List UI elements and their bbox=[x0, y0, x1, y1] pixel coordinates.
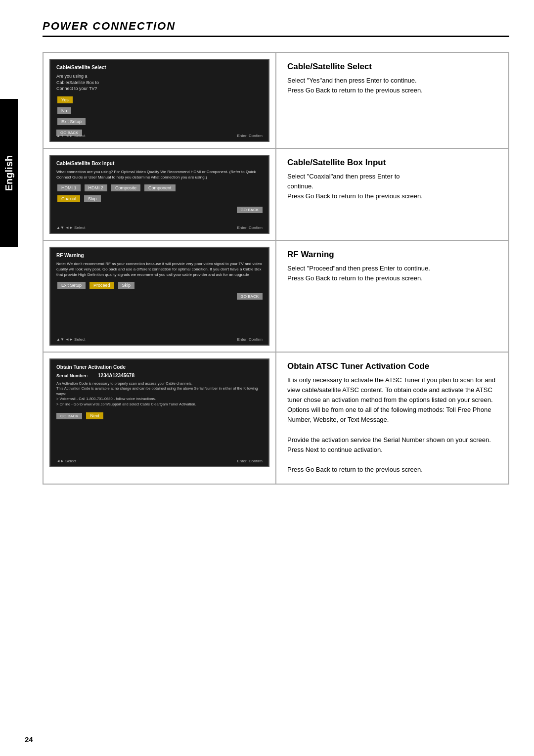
next-button[interactable]: Next bbox=[86, 412, 103, 419]
screen-buttons-1: Yes bbox=[56, 96, 263, 104]
screen-buttons-2b: Coaxial Skip bbox=[56, 195, 263, 203]
serial-value: 1234A12345678 bbox=[98, 373, 134, 378]
text-1: Select "Yes"and then press Enter to cont… bbox=[287, 76, 497, 95]
screen-title-2: Cable/Satellite Box Input bbox=[56, 161, 263, 166]
text-4: It is only necessary to activate the ATS… bbox=[287, 375, 497, 475]
no-button[interactable]: No bbox=[57, 107, 71, 114]
go-back-button-3[interactable]: GO BACK bbox=[237, 293, 263, 300]
screen-footer-3: ▲▼ ◄► Select Enter: Confirm bbox=[56, 337, 263, 342]
main-content: POWER CONNECTION Cable/Satellite Select … bbox=[18, 0, 534, 514]
yes-button[interactable]: Yes bbox=[57, 96, 73, 103]
hdmi2-button[interactable]: HDMI 2 bbox=[85, 184, 108, 191]
screen-buttons-2: HDMI 1 HDMI 2 Composite Component bbox=[56, 184, 263, 192]
text-2: Select "Coaxial"and then press Enter toc… bbox=[287, 172, 497, 201]
screen-title-4: Obtain Tuner Activation Code bbox=[56, 364, 263, 370]
footer-select-2: ▲▼ ◄► Select bbox=[56, 225, 85, 230]
desc-rf-warning: RF Warning Select "Proceed"and then pres… bbox=[276, 240, 509, 352]
screen-body-4: An Activation Code is necessary to prope… bbox=[56, 381, 263, 407]
footer-confirm-3: Enter: Confirm bbox=[237, 337, 263, 342]
hdmi1-button[interactable]: HDMI 1 bbox=[57, 184, 81, 191]
heading-2: Cable/Satellite Box Input bbox=[287, 158, 497, 168]
tv-screen-1: Cable/Satellite Select Are you using aCa… bbox=[49, 59, 269, 142]
screen-rf-warning: RF Warning Note: We don't recommend RF a… bbox=[43, 240, 276, 352]
footer-confirm-4: Enter: Confirm bbox=[237, 459, 263, 463]
footer-select-1: ▲▼ ◄► Select bbox=[56, 133, 85, 138]
text-3: Select "Proceed"and then press Enter to … bbox=[287, 264, 497, 283]
screen-body-1: Are you using aCable/Satellite Box toCon… bbox=[56, 73, 263, 92]
exit-setup-button-3[interactable]: Exit Setup bbox=[57, 282, 86, 289]
heading-4: Obtain ATSC Tuner Activation Code bbox=[287, 361, 497, 371]
screen-cable-satellite-select: Cable/Satellite Select Are you using aCa… bbox=[43, 52, 276, 148]
desc-cable-satellite-box-input: Cable/Satellite Box Input Select "Coaxia… bbox=[276, 148, 509, 240]
desc-obtain-tuner: Obtain ATSC Tuner Activation Code It is … bbox=[276, 352, 509, 484]
serial-label: Serial Number: bbox=[56, 373, 88, 378]
screen-footer-4: ◄► Select Enter: Confirm bbox=[56, 459, 263, 463]
go-back-button-4[interactable]: GO BACK bbox=[56, 413, 82, 419]
title-divider bbox=[43, 36, 509, 37]
screen-cable-satellite-box-input: Cable/Satellite Box Input What connectio… bbox=[43, 148, 276, 240]
footer-select-4: ◄► Select bbox=[56, 459, 76, 463]
screen-buttons-3: Exit Setup Proceed Skip bbox=[56, 281, 263, 289]
screen-footer-1: ▲▼ ◄► Select Enter: Confirm bbox=[56, 133, 263, 138]
screen-title-1: Cable/Satellite Select bbox=[56, 65, 263, 70]
heading-3: RF Warning bbox=[287, 250, 497, 260]
page-number: 24 bbox=[25, 735, 33, 744]
skip-button-3[interactable]: Skip bbox=[118, 282, 135, 289]
screen-body-2: What connection are you using? For Optim… bbox=[56, 169, 263, 180]
component-button[interactable]: Component bbox=[144, 184, 176, 191]
screen-body-3: Note: We don't recommend RF as your conn… bbox=[56, 261, 263, 278]
skip-button-2[interactable]: Skip bbox=[84, 195, 101, 202]
language-label: English bbox=[3, 155, 15, 191]
page-title: POWER CONNECTION bbox=[43, 20, 509, 33]
tv-screen-3: RF Warning Note: We don't recommend RF a… bbox=[49, 247, 269, 346]
coaxial-button[interactable]: Coaxial bbox=[57, 195, 80, 202]
tv-screen-4: Obtain Tuner Activation Code Serial Numb… bbox=[49, 358, 269, 467]
side-label: English bbox=[0, 99, 18, 247]
footer-select-3: ▲▼ ◄► Select bbox=[56, 337, 85, 342]
screen-buttons-1b: No bbox=[56, 107, 263, 115]
desc-cable-satellite-select: Cable/Satellite Select Select "Yes"and t… bbox=[276, 52, 509, 148]
page-container: English POWER CONNECTION Cable/Satellite… bbox=[0, 0, 534, 756]
heading-1: Cable/Satellite Select bbox=[287, 62, 497, 72]
composite-button[interactable]: Composite bbox=[111, 184, 140, 191]
screen-title-3: RF Warning bbox=[56, 253, 263, 258]
screen-footer-2: ▲▼ ◄► Select Enter: Confirm bbox=[56, 225, 263, 230]
serial-row: Serial Number: 1234A12345678 bbox=[56, 373, 263, 378]
footer-confirm-1: Enter: Confirm bbox=[237, 133, 263, 138]
exit-setup-button-1[interactable]: Exit Setup bbox=[57, 118, 86, 125]
tv-screen-2: Cable/Satellite Box Input What connectio… bbox=[49, 155, 269, 234]
screen-obtain-tuner: Obtain Tuner Activation Code Serial Numb… bbox=[43, 352, 276, 484]
content-grid: Cable/Satellite Select Are you using aCa… bbox=[43, 52, 509, 485]
footer-confirm-2: Enter: Confirm bbox=[237, 225, 263, 230]
screen-buttons-1c: Exit Setup bbox=[56, 118, 263, 126]
go-back-button-2[interactable]: GO BACK bbox=[237, 207, 263, 213]
proceed-button[interactable]: Proceed bbox=[89, 282, 114, 289]
